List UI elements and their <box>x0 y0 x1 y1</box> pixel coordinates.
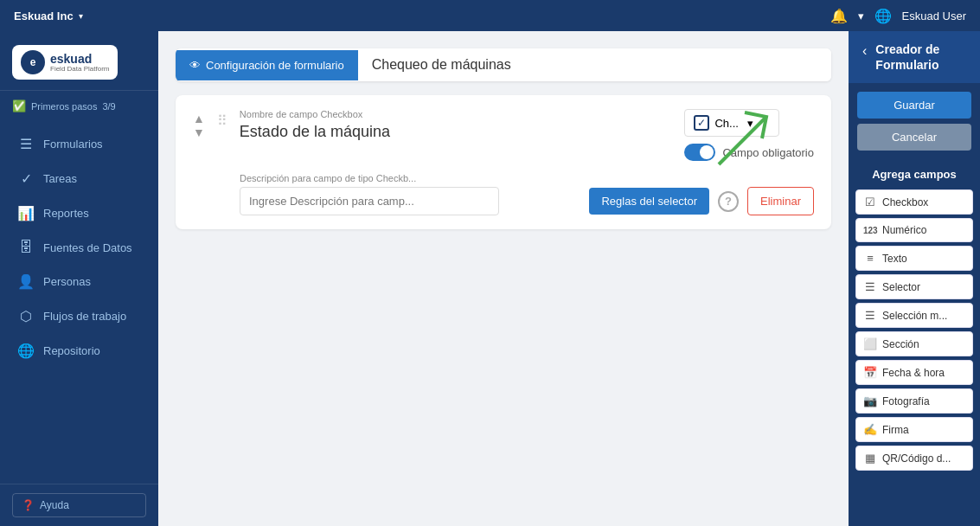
field-types-list: ☑ Checkbox 123 Numérico ≡ Texto ☰ Select… <box>849 186 980 526</box>
checkbox-icon: ✓ <box>694 115 709 131</box>
field-type-seleccion-m[interactable]: ☰ Selección m... <box>855 303 973 328</box>
config-button[interactable]: 👁 Configuración de formulario <box>176 50 358 80</box>
sidebar-item-fuentes[interactable]: 🗄 Fuentes de Datos <box>5 231 153 264</box>
back-button[interactable]: ‹ <box>859 42 870 61</box>
field-type-firma[interactable]: ✍ Firma <box>855 417 973 442</box>
panel-title-line2: Formulario <box>875 58 938 72</box>
panel-title-line1: Creador de <box>875 42 939 56</box>
seccion-type-icon: ⬜ <box>863 337 877 350</box>
fuentes-label: Fuentes de Datos <box>43 241 132 254</box>
field-name-value: Estado de la máquina <box>240 123 673 141</box>
config-btn-label: Configuración de formulario <box>206 59 344 72</box>
bell-icon[interactable]: 🔔 <box>830 8 848 24</box>
bottom-actions: Reglas del selector ? Eliminar <box>589 187 814 215</box>
form-config-bar: 👁 Configuración de formulario <box>176 48 831 81</box>
seccion-type-label: Sección <box>882 338 919 350</box>
fecha-hora-type-icon: 📅 <box>863 366 877 379</box>
field-type-fecha-hora[interactable]: 📅 Fecha & hora <box>855 360 973 385</box>
logo-icon: e <box>21 50 45 74</box>
repositorio-label: Repositorio <box>43 344 100 357</box>
repositorio-icon: 🌐 <box>17 343 35 359</box>
toggle-switch[interactable] <box>684 144 715 161</box>
card-arrows: ▲ ▼ <box>193 112 205 138</box>
personas-label: Personas <box>43 275 91 288</box>
firma-type-icon: ✍ <box>863 423 877 436</box>
help-button[interactable]: ❓ Ayuda <box>12 493 146 517</box>
firma-type-label: Firma <box>882 424 909 436</box>
flujos-label: Flujos de trabajo <box>43 310 126 323</box>
sidebar-help: ❓ Ayuda <box>0 484 158 526</box>
steps-progress: 3/9 <box>102 101 115 112</box>
field-type-texto[interactable]: ≡ Texto <box>855 246 973 271</box>
rules-button[interactable]: Reglas del selector <box>589 188 709 215</box>
sidebar-item-repositorio[interactable]: 🌐 Repositorio <box>5 334 153 368</box>
flujos-icon: ⬡ <box>17 308 35 324</box>
globe-icon[interactable]: 🌐 <box>874 8 892 24</box>
personas-icon: 👤 <box>17 273 35 290</box>
sidebar: e eskuad Field Data Platform ✅ Primeros … <box>0 31 158 526</box>
cancel-button[interactable]: Cancelar <box>857 124 971 151</box>
qr-type-label: QR/Código d... <box>882 452 951 465</box>
fotografia-type-icon: 📷 <box>863 394 877 407</box>
sidebar-nav: ☰ Formularios ✓ Tareas 📊 Reportes 🗄 Fuen… <box>0 121 158 484</box>
toggle-knob <box>700 145 714 159</box>
logo-text: eskuad <box>50 53 109 65</box>
steps-check-icon: ✅ <box>12 99 26 112</box>
eye-icon: 👁 <box>189 59 201 72</box>
texto-type-icon: ≡ <box>863 252 877 265</box>
panel-title: Creador de Formulario <box>875 42 939 73</box>
field-name-label: Nombre de campo Checkbox <box>240 109 673 119</box>
field-type-fotografia[interactable]: 📷 Fotografía <box>855 388 973 414</box>
logo-box: e eskuad Field Data Platform <box>12 45 118 80</box>
sidebar-item-personas[interactable]: 👤 Personas <box>5 265 153 298</box>
selector-type-icon: ☰ <box>863 280 877 293</box>
field-type-selector[interactable]: ☰ Selector <box>855 274 973 299</box>
topbar-left: Eskuad Inc ▾ <box>14 10 83 22</box>
svg-line-0 <box>719 117 766 164</box>
topbar: Eskuad Inc ▾ 🔔 ▾ 🌐 Eskuad User <box>0 0 980 31</box>
numerico-type-label: Numérico <box>882 224 926 236</box>
checkbox-type-label: Checkbox <box>882 196 928 208</box>
add-fields-label: Agrega campos <box>849 159 980 186</box>
field-type-checkbox[interactable]: ☑ Checkbox <box>855 189 973 215</box>
texto-type-label: Texto <box>882 253 907 265</box>
panel-actions: Guardar Cancelar <box>849 83 980 159</box>
form-title-input[interactable] <box>358 48 831 81</box>
arrow-decoration <box>710 104 779 173</box>
drag-handle[interactable]: ⠿ <box>217 112 227 129</box>
fuentes-icon: 🗄 <box>17 240 35 255</box>
sidebar-item-tareas[interactable]: ✓ Tareas <box>5 162 153 196</box>
seleccion-m-type-label: Selección m... <box>882 310 947 322</box>
logo-subtitle: Field Data Platform <box>50 65 109 73</box>
company-name: Eskuad Inc <box>14 10 74 22</box>
formularios-icon: ☰ <box>17 136 35 152</box>
reportes-label: Reportes <box>43 207 89 220</box>
fotografia-type-label: Fotografía <box>882 395 930 407</box>
help-circle-icon[interactable]: ? <box>718 191 739 212</box>
steps-label: Primeros pasos <box>31 101 97 112</box>
desc-input[interactable] <box>240 187 499 215</box>
right-panel: ‹ Creador de Formulario Guardar Cancelar… <box>849 31 980 526</box>
help-label: Ayuda <box>40 499 69 511</box>
save-button[interactable]: Guardar <box>857 92 971 119</box>
selector-type-label: Selector <box>882 281 920 293</box>
field-type-numerico[interactable]: 123 Numérico <box>855 218 973 242</box>
topbar-chevron-icon: ▾ <box>858 10 864 22</box>
field-type-qr[interactable]: ▦ QR/Código d... <box>855 446 973 471</box>
sidebar-item-formularios[interactable]: ☰ Formularios <box>5 127 153 161</box>
delete-button[interactable]: Eliminar <box>747 187 814 215</box>
arrow-up-button[interactable]: ▲ <box>193 112 205 125</box>
desc-label: Descripción para campo de tipo Checkb... <box>240 173 577 183</box>
sidebar-item-reportes[interactable]: 📊 Reportes <box>5 196 153 230</box>
right-panel-header: ‹ Creador de Formulario <box>849 31 980 83</box>
formularios-label: Formularios <box>43 138 103 151</box>
main-layout: e eskuad Field Data Platform ✅ Primeros … <box>0 31 980 526</box>
numerico-type-icon: 123 <box>863 226 877 235</box>
desc-section: Descripción para campo de tipo Checkb... <box>240 173 577 215</box>
field-card: ▲ ▼ ⠿ Nombre de campo Checkbox Estado de… <box>176 95 831 229</box>
field-type-seccion[interactable]: ⬜ Sección <box>855 331 973 356</box>
sidebar-item-flujos[interactable]: ⬡ Flujos de trabajo <box>5 299 153 333</box>
company-chevron-icon[interactable]: ▾ <box>79 11 83 21</box>
arrow-down-button[interactable]: ▼ <box>193 126 205 138</box>
seleccion-m-type-icon: ☰ <box>863 309 877 322</box>
